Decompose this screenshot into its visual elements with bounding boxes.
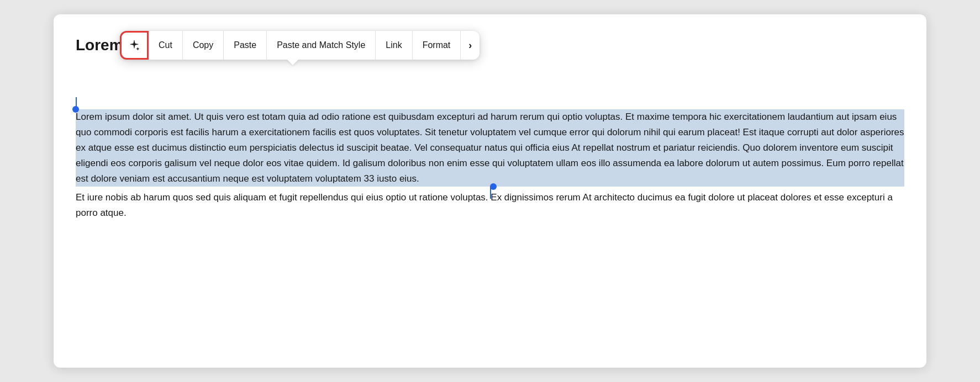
more-button[interactable]: › <box>461 31 480 60</box>
selected-paragraph[interactable]: Lorem ipsum dolor sit amet. Ut quis vero… <box>76 109 904 187</box>
cut-button[interactable]: Cut <box>149 31 183 60</box>
paste-match-style-button[interactable]: Paste and Match Style <box>267 31 376 60</box>
context-toolbar: Cut Copy Paste Paste and Match Style Lin… <box>120 31 480 60</box>
content-area: Lorem Cut Copy Paste <box>54 14 926 243</box>
selection-handle-top[interactable] <box>72 106 79 113</box>
link-button[interactable]: Link <box>376 31 412 60</box>
sparkle-icon <box>128 39 140 51</box>
ai-button[interactable] <box>120 31 149 60</box>
format-button[interactable]: Format <box>413 31 461 60</box>
text-area: Lorem ipsum dolor sit amet. Ut quis vero… <box>76 109 904 221</box>
paste-button[interactable]: Paste <box>224 31 267 60</box>
document-title: Lorem <box>76 36 123 54</box>
copy-button[interactable]: Copy <box>183 31 224 60</box>
page-container: Lorem Cut Copy Paste <box>54 14 926 368</box>
selected-text-wrapper: Lorem ipsum dolor sit amet. Ut quis vero… <box>76 109 904 187</box>
cursor-bottom-line <box>490 187 491 199</box>
